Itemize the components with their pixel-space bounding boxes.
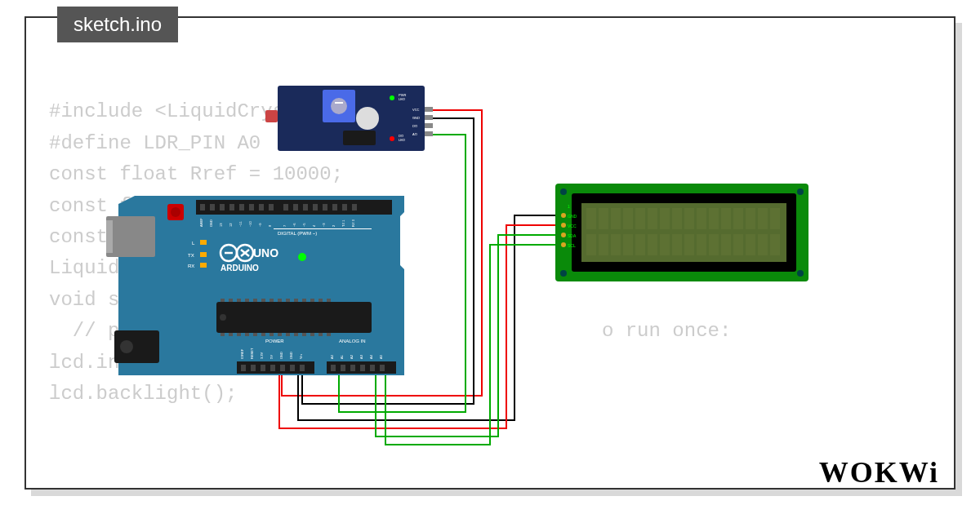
svg-rect-105 — [290, 365, 295, 371]
svg-rect-144 — [746, 208, 755, 229]
svg-rect-3 — [335, 102, 343, 104]
svg-text:A3: A3 — [359, 354, 363, 359]
svg-rect-102 — [261, 365, 265, 371]
svg-rect-14 — [425, 131, 433, 136]
svg-point-167 — [561, 213, 566, 218]
svg-text:DO: DO — [412, 124, 417, 128]
svg-text:13: 13 — [219, 223, 223, 227]
svg-rect-148 — [599, 234, 608, 255]
svg-text:A0: A0 — [330, 354, 334, 359]
svg-rect-106 — [300, 365, 305, 371]
svg-rect-6 — [265, 110, 278, 122]
svg-rect-112 — [380, 365, 385, 371]
svg-rect-75 — [270, 299, 274, 302]
svg-rect-29 — [239, 204, 244, 210]
svg-rect-28 — [229, 204, 234, 210]
circuit-diagram[interactable]: PWR LED DO LED VCC GND DO AO DIGITAL (PW… — [90, 69, 841, 461]
arduino-uno[interactable]: DIGITAL (PWM ~) AREF GND 13 12 ~11 ~10 ~… — [106, 196, 404, 375]
svg-point-168 — [561, 223, 566, 228]
svg-rect-110 — [360, 365, 365, 371]
svg-text:~3: ~3 — [322, 223, 326, 227]
svg-text:A2: A2 — [350, 354, 354, 359]
svg-text:Vin: Vin — [299, 354, 303, 359]
svg-rect-90 — [278, 333, 282, 336]
svg-text:~11: ~11 — [238, 220, 243, 227]
svg-rect-30 — [249, 204, 254, 210]
svg-rect-146 — [770, 208, 780, 229]
svg-rect-134 — [623, 208, 633, 229]
svg-text:RX: RX — [188, 264, 194, 268]
svg-rect-157 — [709, 234, 719, 255]
svg-rect-82 — [327, 299, 331, 302]
svg-text:TX 1: TX 1 — [341, 219, 345, 227]
svg-rect-63 — [200, 263, 207, 268]
svg-text:ANALOG IN: ANALOG IN — [339, 339, 366, 343]
svg-rect-152 — [648, 234, 657, 255]
svg-point-164 — [797, 188, 804, 195]
svg-rect-37 — [323, 204, 327, 210]
svg-rect-12 — [425, 115, 433, 120]
svg-text:~6: ~6 — [292, 223, 296, 227]
svg-rect-79 — [302, 299, 306, 302]
ldr-module[interactable]: PWR LED DO LED VCC GND DO AO — [265, 86, 433, 151]
svg-rect-19 — [106, 216, 155, 257]
svg-rect-104 — [280, 365, 285, 371]
svg-point-23 — [171, 207, 180, 217]
svg-rect-39 — [342, 204, 347, 210]
svg-rect-147 — [586, 234, 596, 255]
svg-rect-142 — [721, 208, 731, 229]
svg-rect-33 — [283, 204, 288, 210]
svg-rect-162 — [770, 234, 780, 255]
svg-point-163 — [560, 188, 567, 195]
svg-rect-11 — [425, 107, 433, 112]
svg-rect-143 — [733, 208, 743, 229]
atmega-chip — [216, 302, 372, 333]
svg-rect-88 — [261, 333, 265, 336]
svg-text:RX 0: RX 0 — [351, 219, 355, 227]
svg-rect-132 — [599, 208, 608, 229]
svg-rect-94 — [310, 333, 314, 336]
svg-rect-96 — [327, 333, 331, 336]
svg-rect-35 — [303, 204, 308, 210]
svg-rect-135 — [635, 208, 645, 229]
digital-label: DIGITAL (PWM ~) — [278, 231, 317, 236]
svg-rect-159 — [733, 234, 743, 255]
svg-rect-26 — [210, 204, 215, 210]
svg-point-4 — [356, 107, 379, 130]
svg-rect-150 — [623, 234, 633, 255]
svg-rect-158 — [721, 234, 731, 255]
lcd-display[interactable]: 1 GND VCC SDA SCL — [555, 184, 808, 281]
svg-text:GND: GND — [568, 214, 577, 219]
svg-text:GND: GND — [412, 116, 420, 120]
file-tab[interactable]: sketch.ino — [57, 7, 178, 42]
svg-rect-31 — [259, 204, 264, 210]
svg-point-97 — [220, 314, 226, 321]
svg-text:AO: AO — [412, 132, 417, 136]
svg-rect-131 — [586, 208, 596, 229]
svg-text:~10: ~10 — [248, 220, 252, 227]
svg-rect-93 — [302, 333, 306, 336]
svg-rect-107 — [331, 365, 336, 371]
svg-rect-145 — [758, 208, 768, 229]
svg-text:3.3V: 3.3V — [260, 352, 264, 359]
svg-text:~9: ~9 — [258, 223, 262, 227]
svg-rect-73 — [253, 299, 257, 302]
svg-rect-77 — [286, 299, 290, 302]
svg-text:POWER: POWER — [265, 339, 284, 343]
svg-rect-80 — [310, 299, 314, 302]
svg-rect-32 — [269, 204, 274, 210]
svg-rect-13 — [425, 123, 433, 128]
filename: sketch.ino — [74, 13, 162, 35]
svg-rect-81 — [318, 299, 323, 302]
svg-text:LED: LED — [399, 97, 405, 101]
svg-text:GND: GND — [279, 352, 283, 359]
svg-rect-103 — [270, 365, 275, 371]
svg-text:VCC: VCC — [412, 108, 420, 112]
svg-rect-70 — [229, 299, 233, 302]
svg-rect-62 — [200, 252, 207, 257]
svg-text:A1: A1 — [340, 354, 344, 359]
svg-rect-161 — [758, 234, 768, 255]
svg-text:~5: ~5 — [302, 223, 306, 227]
svg-rect-111 — [370, 365, 375, 371]
svg-text:SDA: SDA — [568, 233, 577, 238]
